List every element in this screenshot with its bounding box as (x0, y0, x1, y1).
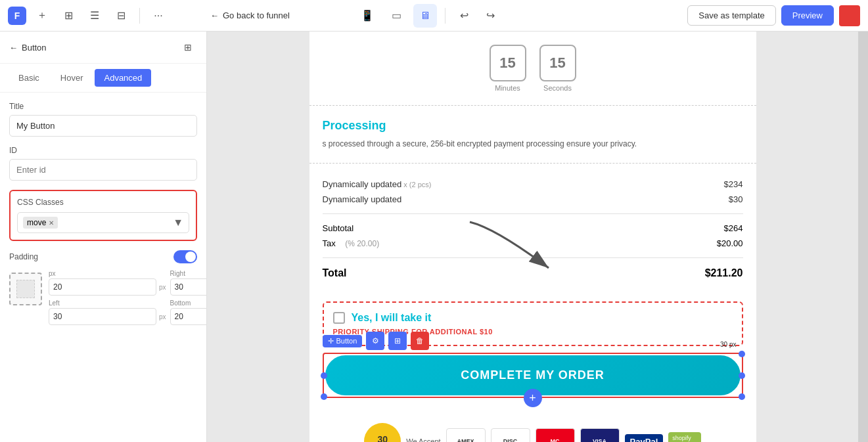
processing-text: s processed through a secure, 256-bit en… (323, 138, 743, 150)
toolbar-right: Save as template Preview (687, 5, 860, 26)
desktop-device-btn[interactable]: 🖥 (413, 4, 437, 28)
subtotal-price: $264 (724, 223, 743, 233)
back-icon: ← (9, 43, 18, 53)
add-element-toolbar-btn[interactable]: ＋ (32, 5, 53, 26)
padding-left-label: Left (49, 299, 166, 307)
timer-minutes-label: Minutes (490, 84, 526, 92)
components-btn[interactable]: ☰ (84, 5, 105, 26)
visa-badge: VISA (580, 428, 620, 442)
panel-tabs: Basic Hover Advanced (0, 64, 206, 93)
resize-handle-top-right[interactable] (739, 351, 745, 357)
timer-minutes-value: 15 (490, 45, 526, 81)
more-btn[interactable]: ··· (148, 5, 169, 26)
padding-left-input[interactable] (49, 308, 156, 325)
title-label: Title (9, 102, 197, 111)
arrow-svg (457, 215, 588, 294)
padding-right-field: Right px (170, 270, 207, 296)
add-element-below-btn[interactable]: + (524, 389, 542, 407)
amex-badge: AMEX (446, 428, 486, 442)
order-item-qty-0: x (2 pcs) (401, 181, 431, 188)
total-label: Total (323, 267, 347, 279)
tax-rate: (% 20.00) (345, 239, 379, 248)
left-panel: ← Button ⊞ Basic Hover Advanced Title ID… (0, 32, 207, 442)
css-tag-input[interactable]: move ✕ ▼ (17, 212, 189, 233)
upsell-checkbox[interactable] (333, 312, 345, 324)
button-settings-icon[interactable]: ⚙ (366, 332, 384, 350)
back-label: Go back to funnel (223, 11, 290, 20)
canvas-area: 15 Minutes 15 Seconds Processing s proce… (207, 32, 858, 442)
redo-btn[interactable]: ↪ (480, 5, 501, 26)
padding-header: Padding (9, 250, 197, 263)
padding-top-field: px px (49, 270, 166, 296)
tab-hover[interactable]: Hover (51, 69, 93, 87)
order-item-1: Dynamically updated $30 (323, 192, 743, 207)
css-tag-close-btn[interactable]: ✕ (49, 219, 54, 227)
padding-toggle[interactable] (173, 250, 197, 263)
px-label-top: 30 px (720, 341, 736, 348)
button-wrapper: ✛ Button ⚙ ⊞ 🗑 30 px COMPL (323, 353, 743, 398)
payment-row: 30 MONEY BACK We Accept AMEX DISC MC VIS… (309, 414, 756, 442)
discover-badge: DISC (491, 428, 530, 442)
button-duplicate-icon[interactable]: ⊞ (388, 332, 407, 350)
order-item-name-1: Dynamically updated (323, 194, 402, 204)
padding-top-unit: px (159, 284, 166, 291)
undo-btn[interactable]: ↩ (453, 5, 474, 26)
padding-diagram-inner (16, 280, 35, 298)
mastercard-badge: MC (536, 428, 575, 442)
layers-btn[interactable]: ⊟ (110, 5, 131, 26)
button-toolbar-text: Button (336, 337, 357, 345)
padding-right-input[interactable] (170, 278, 207, 296)
resize-handle-bottom-right[interactable] (739, 393, 745, 400)
id-input[interactable] (9, 159, 197, 181)
panel-back-btn[interactable]: ← Button (9, 43, 47, 53)
padding-right-label: Right (170, 270, 207, 277)
guarantee-badge: 30 MONEY BACK (364, 423, 401, 442)
tab-advanced[interactable]: Advanced (95, 69, 151, 87)
back-to-funnel-btn[interactable]: ← Go back to funnel (210, 11, 290, 20)
title-input[interactable] (9, 115, 197, 137)
layout-btn[interactable]: ⊞ (58, 5, 79, 26)
arrow-annotation (457, 215, 588, 297)
button-delete-icon[interactable]: 🗑 (411, 332, 429, 350)
button-section: ✛ Button ⚙ ⊞ 🗑 30 px COMPL (323, 353, 743, 398)
padding-bottom-field: Bottom px (170, 299, 207, 325)
padding-top-input[interactable] (49, 278, 156, 296)
button-toolbar-label[interactable]: ✛ Button (323, 335, 363, 347)
panel-settings-btn[interactable]: ⊞ (179, 38, 197, 56)
app-logo: F (8, 7, 26, 25)
guarantee-number: 30 (377, 434, 388, 443)
total-price: $211.20 (705, 267, 743, 279)
upsell-check-row: Yes, I will take it (333, 312, 733, 324)
processing-title: Processing (323, 119, 743, 133)
tab-basic[interactable]: Basic (9, 69, 49, 87)
order-item-price-1: $30 (729, 194, 743, 204)
padding-bottom-label: Bottom (170, 299, 207, 307)
button-toolbar: ✛ Button ⚙ ⊞ 🗑 (323, 332, 430, 350)
padding-bottom-input[interactable] (170, 308, 207, 325)
order-item-price-0: $234 (724, 179, 743, 189)
resize-handle-mid-right[interactable] (739, 372, 745, 379)
css-tag-move: move ✕ (23, 217, 58, 229)
upsell-text: Yes, I will take it (352, 312, 432, 324)
mobile-device-btn[interactable]: 📱 (355, 4, 379, 28)
tag-dropdown-btn[interactable]: ▼ (173, 217, 183, 229)
toolbar-divider (139, 8, 140, 24)
resize-handle-mid-left[interactable] (321, 372, 327, 379)
padding-visual: px px Right px (9, 270, 197, 325)
top-toolbar: F ＋ ⊞ ☰ ⊟ ··· ← Go back to funnel 📱 ▭ 🖥 … (0, 0, 868, 32)
order-divider-1 (323, 213, 743, 214)
preview-btn[interactable]: Preview (781, 5, 834, 26)
processing-section: Processing s processed through a secure,… (309, 106, 756, 164)
padding-label: Padding (9, 252, 38, 261)
move-icon: ✛ (328, 337, 334, 345)
css-classes-section: CSS Classes move ✕ ▼ (9, 190, 197, 241)
tablet-device-btn[interactable]: ▭ (384, 4, 408, 28)
resize-handle-bottom-left[interactable] (321, 393, 327, 400)
panel-body: Title ID CSS Classes move ✕ ▼ Padding (0, 93, 206, 442)
tax-price: $20.00 (717, 238, 743, 248)
padding-left-field: Left px (49, 299, 166, 325)
css-classes-label: CSS Classes (17, 198, 189, 207)
order-item-0: Dynamically updated x (2 pcs) $234 (323, 177, 743, 192)
save-template-btn[interactable]: Save as template (687, 5, 775, 26)
right-sidebar-scrollbar[interactable] (858, 32, 868, 442)
